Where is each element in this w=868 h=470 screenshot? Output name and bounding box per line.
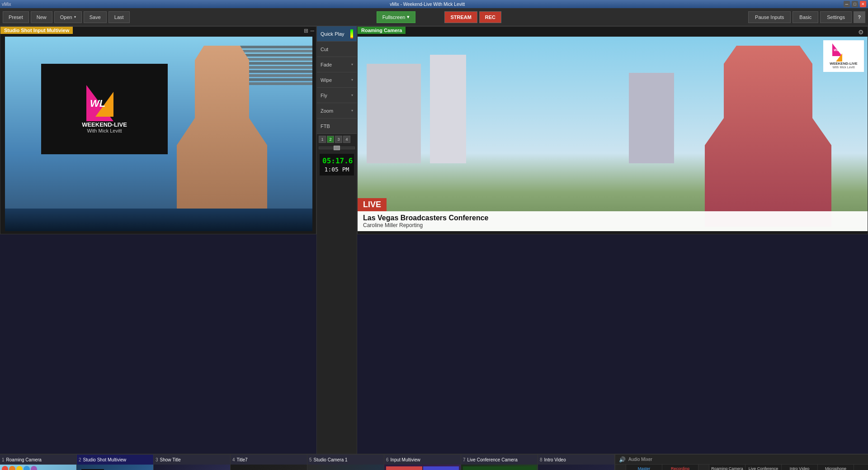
toolbar: Preset New Open ▾ Save Last Fullscreen ▾… bbox=[0, 8, 868, 26]
save-button[interactable]: Save bbox=[84, 11, 107, 23]
left-panel: Studio Shot Input Multiview ⊞ ─ bbox=[0, 26, 316, 454]
color-dot-blue[interactable] bbox=[24, 466, 30, 470]
color-dot-yellow[interactable] bbox=[16, 466, 23, 470]
master-label: Master bbox=[638, 466, 651, 470]
roaming-image: WL WEEKEND-LIVE With Mick Levitt LIVE La… bbox=[358, 37, 868, 231]
fullscreen-arrow-icon: ▾ bbox=[407, 14, 410, 20]
rl-wl-text: WL bbox=[834, 48, 839, 52]
settings-button[interactable]: Settings bbox=[820, 11, 852, 23]
source-5-label: Studio Camera 1 bbox=[314, 457, 348, 462]
fade-arrow: ▾ bbox=[351, 62, 353, 66]
source-7-thumb bbox=[461, 465, 538, 470]
source-8-content: WL WEEKEND-LIVE bbox=[538, 465, 614, 470]
roaming-wl-logo: WL bbox=[832, 43, 855, 62]
title-bar: vMix vMix - Weekend-Live With Mick Levit… bbox=[0, 0, 868, 8]
source-1-number: 1 bbox=[2, 457, 5, 462]
source-8-thumb: WL WEEKEND-LIVE bbox=[538, 465, 614, 470]
title-bar-app-label: vMix bbox=[2, 2, 11, 7]
source-item-1: 1 Roaming Camera Close Quick Play Cut 1 … bbox=[0, 455, 77, 470]
source-6-number: 6 bbox=[386, 457, 389, 462]
source-1-label: Roaming Camera bbox=[6, 457, 42, 462]
source-3-logo: WL bbox=[181, 465, 203, 470]
source-4-thumb: LIVE Las Vegas Broadcasters Conference bbox=[231, 465, 307, 470]
input-grid: 1 Roaming Camera Close Quick Play Cut 1 … bbox=[0, 454, 868, 470]
source-7-header: 7 Live Conference Camera bbox=[461, 455, 538, 465]
audio-channel-conference: Live Conference ⚙ S ↔ bbox=[745, 465, 782, 470]
source-6-thumb bbox=[384, 465, 461, 470]
color-dot-purple[interactable] bbox=[31, 466, 37, 470]
source-item-2: 2 Studio Shot Multiview WL Close Quick P… bbox=[77, 455, 154, 470]
source-2-label: Studio Shot Multiview bbox=[83, 457, 127, 462]
recording-label: Recording bbox=[671, 466, 689, 470]
transition-slider-thumb[interactable] bbox=[334, 146, 340, 150]
fly-button[interactable]: Fly ▾ bbox=[317, 88, 357, 103]
source-item-3: 3 Show Title WL Close Quick Play Cut 1 bbox=[154, 455, 231, 470]
trans-num-1[interactable]: 1 bbox=[319, 136, 326, 143]
source-6-multiview-grid bbox=[386, 466, 459, 470]
source-item-6: 6 Input Multiview Close Quick Play Cut 1 bbox=[384, 455, 461, 470]
source-3-number: 3 bbox=[156, 457, 158, 462]
sources-panel: 1 Roaming Camera Close Quick Play Cut 1 … bbox=[0, 454, 615, 470]
rl-show-title: WEEKEND-LIVE bbox=[830, 62, 857, 66]
audio-channel-recording: Recording ⚙ M A B bbox=[662, 465, 698, 470]
preset-button[interactable]: Preset bbox=[3, 11, 29, 23]
fullscreen-button[interactable]: Fullscreen ▾ bbox=[377, 11, 416, 23]
audio-channel-roaming: Roaming Camera ⚙ S ↔ bbox=[709, 465, 745, 470]
preview-grid-icon[interactable]: ⊞ bbox=[304, 28, 308, 34]
source-3-label: Show Title bbox=[160, 457, 181, 462]
transition-slider[interactable] bbox=[319, 147, 355, 149]
minimize-button[interactable]: ─ bbox=[844, 1, 850, 7]
preview-logo-box: WL WEEKEND-LIVE With Mick Levitt bbox=[41, 64, 168, 154]
transition-panel: Quick Play Cut Fade ▾ Wipe ▾ Fly ▾ Zoom … bbox=[316, 26, 357, 454]
source-6-header: 6 Input Multiview bbox=[384, 455, 461, 465]
maximize-button[interactable]: □ bbox=[852, 1, 858, 7]
open-button[interactable]: Open ▾ bbox=[54, 11, 82, 23]
lower-subheadline: Caroline Miller Reporting bbox=[363, 222, 862, 228]
trans-num-4[interactable]: 4 bbox=[343, 136, 350, 143]
source-1-colors bbox=[0, 465, 39, 470]
preview-minimize-icon[interactable]: ─ bbox=[310, 28, 314, 34]
audio-mixer-title: Audio Mixer bbox=[628, 457, 652, 462]
preview-image: WL WEEKEND-LIVE With Mick Levitt bbox=[5, 37, 312, 231]
color-dot-orange[interactable] bbox=[9, 466, 15, 470]
source-5-number: 5 bbox=[309, 457, 312, 462]
audio-channel-intro: Intro Video ⚙ S ↔ bbox=[782, 465, 818, 470]
zoom-button[interactable]: Zoom ▾ bbox=[317, 103, 357, 119]
fade-button[interactable]: Fade ▾ bbox=[317, 57, 357, 72]
wipe-button[interactable]: Wipe ▾ bbox=[317, 72, 357, 88]
last-button[interactable]: Last bbox=[108, 11, 130, 23]
preview-icons: ⊞ ─ bbox=[304, 28, 314, 34]
roaming-gear-icon[interactable]: ⚙ bbox=[858, 28, 864, 36]
source-6-label: Input Multiview bbox=[391, 457, 420, 462]
building-2 bbox=[430, 55, 466, 163]
rec-button[interactable]: REC bbox=[479, 11, 501, 23]
trans-num-3[interactable]: 3 bbox=[335, 136, 342, 143]
stream-button[interactable]: STREAM bbox=[444, 11, 477, 23]
building-3 bbox=[629, 73, 674, 163]
roaming-ch-label: Roaming Camera bbox=[711, 466, 743, 470]
close-button[interactable]: ✕ bbox=[860, 1, 866, 7]
source-item-8: 8 Intro Video WL WEEKEND-LIVE Close Quic… bbox=[538, 455, 615, 470]
source-2-thumb: WL bbox=[77, 465, 153, 470]
source-3-header: 3 Show Title bbox=[154, 455, 230, 465]
help-button[interactable]: ? bbox=[854, 11, 865, 23]
audio-mixer-content: OUTPUTS Master ⚙ I bbox=[615, 465, 868, 470]
speaker-icon: 🔊 bbox=[619, 456, 626, 463]
cut-button[interactable]: Cut bbox=[317, 42, 357, 57]
source-5-header: 5 Studio Camera 1 bbox=[307, 455, 384, 465]
pause-inputs-button[interactable]: Pause Inputs bbox=[748, 11, 791, 23]
conference-ch-label: Live Conference bbox=[749, 466, 778, 470]
source-4-number: 4 bbox=[232, 457, 235, 462]
source-4-label: Title7 bbox=[237, 457, 248, 462]
quick-play-button[interactable]: Quick Play bbox=[317, 26, 357, 42]
ftb-button[interactable]: FTB bbox=[317, 119, 357, 134]
source-item-7: 7 Live Conference Camera Close Quick Pla… bbox=[461, 455, 538, 470]
basic-button[interactable]: Basic bbox=[793, 11, 818, 23]
quick-play-meter bbox=[350, 29, 353, 38]
open-arrow-icon: ▾ bbox=[74, 15, 76, 19]
new-button[interactable]: New bbox=[31, 11, 52, 23]
color-dot-red[interactable] bbox=[2, 466, 8, 470]
trans-num-2[interactable]: 2 bbox=[327, 136, 334, 143]
main-area: Studio Shot Input Multiview ⊞ ─ bbox=[0, 26, 868, 454]
timer-display: 05:17.6 1:05 PM bbox=[320, 154, 354, 176]
